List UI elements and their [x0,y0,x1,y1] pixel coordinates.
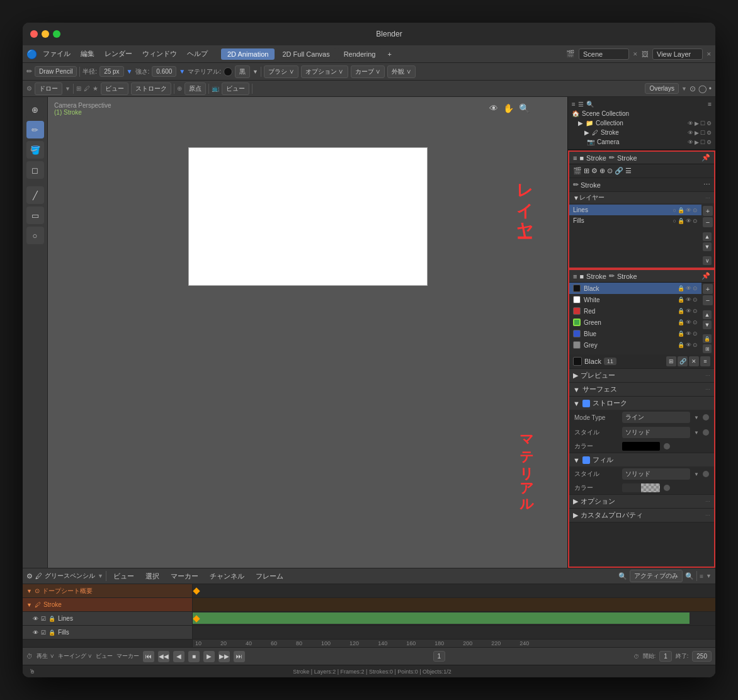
outliner-list-icon[interactable]: ☰ [578,101,584,108]
layer-down-btn[interactable]: ▼ [703,242,712,251]
view-layer-selector[interactable]: View Layer [652,48,703,60]
fill-style-chevron[interactable]: ▼ [694,471,699,477]
tl-filter-btn[interactable]: ≡ [700,573,703,580]
mat-black-icon2[interactable]: 👁 [686,285,691,291]
fill-color-dot[interactable] [664,485,670,491]
menu-edit[interactable]: 編集 [76,48,99,60]
tl-mode-dropdown[interactable]: グリースペンシル [45,572,95,580]
stroke-style-dot[interactable] [703,429,709,436]
mat-white-icon1[interactable]: 🔒 [678,296,684,303]
material-grey[interactable]: Grey 🔒 👁 ⊙ [569,339,701,351]
mat-black-icon3[interactable]: ⊙ [693,285,698,291]
menu-help[interactable]: ヘルプ [183,48,212,60]
tl-fills-check-icon[interactable]: ☑ [41,629,46,636]
tl-frame[interactable]: フレーム [251,570,288,582]
tl-lines-check-icon[interactable]: ☑ [41,616,46,622]
mat-copy-btn[interactable]: ⊞ [666,356,676,366]
str-icon3[interactable]: ☐ [700,130,705,136]
fill-color-swatch-checker[interactable] [641,483,660,492]
tab-2d-full-canvas[interactable]: 2D Full Canvas [276,48,336,60]
tl-select[interactable]: 選択 [141,570,164,582]
view2-btn[interactable]: ビュー [222,82,249,95]
mat-blue-icon2[interactable]: 👁 [686,330,691,337]
tl-play[interactable]: ▶ [203,651,215,662]
tl-mode-chevron[interactable]: ▼ [98,573,103,579]
tl-search-icon[interactable]: 🔍 [685,572,694,580]
layer-section-header[interactable]: ▼ レイヤー ⋯ [569,192,714,203]
stroke-checkbox[interactable] [582,400,590,407]
material-green[interactable]: Green 🔒 👁 ⊙ [569,317,701,328]
mat-down-btn[interactable]: ▼ [703,320,712,329]
tl-fills-lock-icon[interactable]: 🔒 [48,629,55,636]
col-icon4[interactable]: ⚙ [707,120,712,127]
stroke-section-header[interactable]: ▼ ストローク [569,397,714,410]
tool-rect[interactable]: ▭ [26,206,44,224]
mat-add-btn[interactable]: + [703,284,713,294]
tl-next-key[interactable]: ▶▶ [219,651,230,662]
tool-draw[interactable]: ✏ [26,121,44,138]
tool-erase[interactable]: ◻ [26,161,44,179]
layer-lines-icon3[interactable]: 👁 [686,207,691,213]
overlays-chevron[interactable]: ▼ [681,86,687,92]
tab-add[interactable]: + [383,49,395,59]
layer-prop-icon7[interactable]: ☰ [625,167,632,175]
cam-icon2[interactable]: ▶ [695,139,699,145]
mat-red-icon2[interactable]: 👁 [686,308,691,314]
mat-panel-pin-icon[interactable]: 📌 [701,272,710,280]
mat-grid-btn[interactable]: ⊞ [703,344,712,353]
mode-dropdown[interactable]: ドロー [35,82,62,95]
layer-panel-pin-icon[interactable]: 📌 [701,154,710,162]
mat-up-btn[interactable]: ▲ [703,310,712,319]
outliner-search-icon[interactable]: 🔍 [586,101,594,108]
tl-jump-start[interactable]: ⏮ [143,651,154,662]
tl-stroke-chevron[interactable]: ▼ [26,602,32,608]
tl-filter-chevron[interactable]: ▼ [706,573,712,579]
mat-green-icon1[interactable]: 🔒 [678,319,684,325]
curve-dropdown[interactable]: カーブ ∨ [351,65,385,78]
mat-black-icon1[interactable]: 🔒 [678,285,684,291]
tl-marker[interactable]: マーカー [166,570,203,582]
material-red[interactable]: Red 🔒 👁 ⊙ [569,305,701,317]
outliner-camera[interactable]: 📷 Camera 👁 ▶ ☐ ⚙ [568,137,715,147]
outliner-scene-collection[interactable]: 🏠 Scene Collection [568,109,715,118]
tool-line[interactable]: ╱ [26,186,44,204]
cam-icon1[interactable]: 👁 [688,139,693,145]
fill-style-dot[interactable] [703,471,709,477]
tool-cursor[interactable]: ⊕ [26,101,44,118]
mat-white-icon2[interactable]: 👁 [686,296,691,303]
mat-filter-btn[interactable]: ≡ [700,356,710,366]
tl-jump-end[interactable]: ⏭ [234,651,245,662]
stroke-style-value[interactable]: ソリッド [622,427,690,438]
col-icon3[interactable]: ☐ [700,120,705,127]
cam-icon4[interactable]: ⚙ [707,139,712,145]
strength-arrow[interactable]: ▼ [179,68,185,75]
viewport[interactable]: Camera Perspective (1) Stroke 👁 ✋ 🔍 レイヤー… [48,97,567,568]
layer-prop-icon6[interactable]: 🔗 [615,167,623,175]
tl-lines-eye-icon[interactable]: 👁 [33,616,38,622]
menu-file[interactable]: ファイル [38,48,75,60]
str-icon2[interactable]: ▶ [695,130,699,136]
str-icon1[interactable]: 👁 [688,130,693,136]
mode-type-dot[interactable] [703,414,709,421]
cam-icon3[interactable]: ☐ [700,139,705,145]
layer-fills-icon2[interactable]: 🔒 [678,218,684,224]
tl-start-frame[interactable]: 1 [659,651,672,662]
tl-lines-lock-icon[interactable]: 🔒 [48,616,55,622]
mat-red-icon3[interactable]: ⊙ [693,308,698,314]
tab-rendering[interactable]: Rendering [338,48,382,60]
layer-prop-icon5[interactable]: ⊙ [607,167,613,175]
brush-dropdown[interactable]: ブラシ ∨ [264,65,298,78]
material-color-selector[interactable]: 黒 [235,65,250,78]
stroke-extra-icon[interactable]: ⋯ [703,181,710,189]
layer-prop-icon3[interactable]: ⚙ [591,167,598,175]
layer-add-btn[interactable]: + [703,206,713,216]
stroke-color-dot[interactable] [664,443,670,449]
tool-draw-pencil[interactable]: Draw Pencil [35,66,77,77]
options-section-header[interactable]: ▶ オプション ⋯ [569,495,714,508]
mat-green-icon3[interactable]: ⊙ [693,319,698,325]
mat-link-btn[interactable]: 🔗 [678,356,688,366]
layer-prop-icon1[interactable]: 🎬 [573,167,582,175]
tl-prev-frame[interactable]: ◀◀ [158,651,169,662]
mat-blue-icon1[interactable]: 🔒 [678,330,684,337]
outliner-collection[interactable]: ▶ 📁 Collection 👁 ▶ ☐ ⚙ [568,118,715,128]
